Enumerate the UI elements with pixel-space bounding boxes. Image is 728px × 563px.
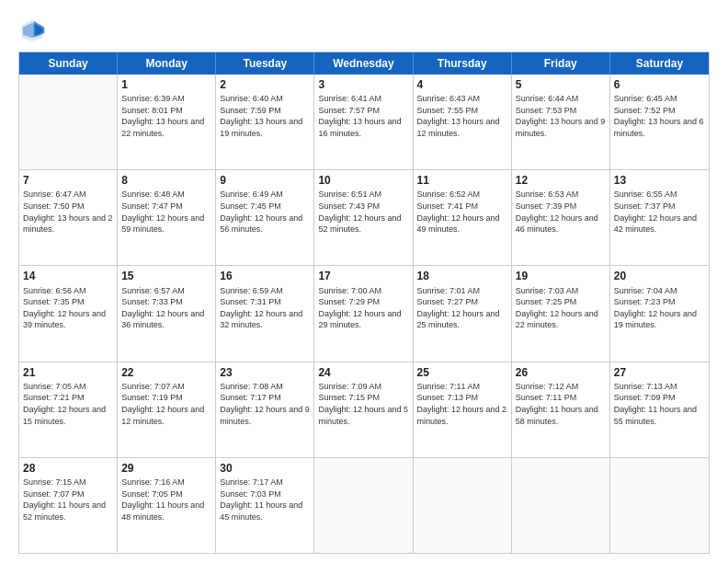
cell-info: Sunrise: 7:04 AMSunset: 7:23 PMDaylight:… (614, 285, 705, 331)
calendar-row-4: 28Sunrise: 7:15 AMSunset: 7:07 PMDayligh… (19, 457, 709, 553)
calendar-cell: 4Sunrise: 6:43 AMSunset: 7:55 PMDaylight… (414, 75, 512, 169)
day-number: 21 (23, 365, 113, 380)
calendar-cell: 29Sunrise: 7:16 AMSunset: 7:05 PMDayligh… (118, 458, 216, 553)
calendar-cell: 30Sunrise: 7:17 AMSunset: 7:03 PMDayligh… (216, 458, 314, 553)
cell-info: Sunrise: 6:49 AMSunset: 7:45 PMDaylight:… (220, 189, 310, 235)
weekday-header-sunday: Sunday (19, 52, 118, 75)
day-number: 23 (220, 365, 310, 380)
cell-info: Sunrise: 7:03 AMSunset: 7:25 PMDaylight:… (516, 285, 606, 331)
calendar-row-1: 7Sunrise: 6:47 AMSunset: 7:50 PMDaylight… (19, 169, 709, 265)
day-number: 12 (516, 173, 606, 188)
day-number: 27 (614, 365, 705, 380)
calendar-cell (610, 458, 709, 553)
cell-info: Sunrise: 6:57 AMSunset: 7:33 PMDaylight:… (121, 285, 211, 331)
calendar-cell: 27Sunrise: 7:13 AMSunset: 7:09 PMDayligh… (610, 362, 709, 457)
cell-info: Sunrise: 7:00 AMSunset: 7:29 PMDaylight:… (318, 285, 408, 331)
calendar-body: 1Sunrise: 6:39 AMSunset: 8:01 PMDaylight… (19, 75, 709, 553)
calendar-cell (512, 458, 610, 553)
day-number: 29 (121, 461, 211, 476)
calendar-cell: 17Sunrise: 7:00 AMSunset: 7:29 PMDayligh… (314, 266, 413, 361)
calendar-cell: 22Sunrise: 7:07 AMSunset: 7:19 PMDayligh… (118, 362, 216, 457)
day-number: 11 (417, 173, 507, 188)
day-number: 28 (23, 461, 113, 476)
day-number: 19 (516, 269, 606, 283)
calendar-cell: 19Sunrise: 7:03 AMSunset: 7:25 PMDayligh… (512, 266, 610, 361)
calendar-cell (19, 75, 118, 169)
calendar-cell: 21Sunrise: 7:05 AMSunset: 7:21 PMDayligh… (19, 362, 118, 457)
day-number: 22 (121, 365, 211, 380)
cell-info: Sunrise: 7:08 AMSunset: 7:17 PMDaylight:… (220, 381, 310, 427)
cell-info: Sunrise: 7:16 AMSunset: 7:05 PMDaylight:… (121, 477, 211, 523)
calendar-cell: 8Sunrise: 6:48 AMSunset: 7:47 PMDaylight… (118, 170, 216, 265)
cell-info: Sunrise: 7:17 AMSunset: 7:03 PMDaylight:… (220, 477, 310, 523)
weekday-header-friday: Friday (512, 52, 610, 75)
cell-info: Sunrise: 6:44 AMSunset: 7:53 PMDaylight:… (516, 93, 606, 139)
cell-info: Sunrise: 6:40 AMSunset: 7:59 PMDaylight:… (220, 93, 310, 139)
calendar-cell: 24Sunrise: 7:09 AMSunset: 7:15 PMDayligh… (314, 362, 413, 457)
calendar-cell: 1Sunrise: 6:39 AMSunset: 8:01 PMDaylight… (118, 75, 216, 169)
calendar-cell: 26Sunrise: 7:12 AMSunset: 7:11 PMDayligh… (512, 362, 610, 457)
cell-info: Sunrise: 6:39 AMSunset: 8:01 PMDaylight:… (121, 93, 211, 139)
day-number: 4 (417, 77, 507, 92)
cell-info: Sunrise: 6:45 AMSunset: 7:52 PMDaylight:… (614, 93, 705, 139)
cell-info: Sunrise: 6:41 AMSunset: 7:57 PMDaylight:… (318, 93, 408, 139)
day-number: 26 (516, 365, 606, 380)
day-number: 9 (220, 173, 310, 188)
day-number: 6 (614, 77, 705, 92)
weekday-header-wednesday: Wednesday (314, 52, 413, 75)
calendar-cell: 6Sunrise: 6:45 AMSunset: 7:52 PMDaylight… (610, 75, 709, 169)
day-number: 5 (516, 77, 606, 92)
cell-info: Sunrise: 7:07 AMSunset: 7:19 PMDaylight:… (121, 381, 211, 427)
day-number: 16 (220, 269, 310, 283)
day-number: 10 (318, 173, 408, 188)
calendar-cell: 7Sunrise: 6:47 AMSunset: 7:50 PMDaylight… (19, 170, 118, 265)
day-number: 14 (23, 269, 113, 283)
logo (18, 17, 50, 44)
day-number: 1 (121, 77, 211, 92)
day-number: 17 (318, 269, 408, 283)
day-number: 2 (220, 77, 310, 92)
calendar-cell: 2Sunrise: 6:40 AMSunset: 7:59 PMDaylight… (216, 75, 314, 169)
day-number: 7 (23, 173, 113, 188)
day-number: 3 (318, 77, 408, 92)
day-number: 30 (220, 461, 310, 476)
cell-info: Sunrise: 6:59 AMSunset: 7:31 PMDaylight:… (220, 285, 310, 331)
cell-info: Sunrise: 6:53 AMSunset: 7:39 PMDaylight:… (516, 189, 606, 235)
calendar-cell: 13Sunrise: 6:55 AMSunset: 7:37 PMDayligh… (610, 170, 709, 265)
day-number: 13 (614, 173, 705, 188)
calendar-cell: 12Sunrise: 6:53 AMSunset: 7:39 PMDayligh… (512, 170, 610, 265)
day-number: 24 (318, 365, 408, 380)
cell-info: Sunrise: 7:12 AMSunset: 7:11 PMDaylight:… (516, 381, 606, 427)
calendar-row-0: 1Sunrise: 6:39 AMSunset: 8:01 PMDaylight… (19, 75, 709, 169)
calendar-cell: 3Sunrise: 6:41 AMSunset: 7:57 PMDaylight… (314, 75, 413, 169)
weekday-header-thursday: Thursday (414, 52, 512, 75)
calendar-cell: 11Sunrise: 6:52 AMSunset: 7:41 PMDayligh… (414, 170, 512, 265)
day-number: 20 (614, 269, 705, 283)
calendar-cell: 16Sunrise: 6:59 AMSunset: 7:31 PMDayligh… (216, 266, 314, 361)
cell-info: Sunrise: 6:48 AMSunset: 7:47 PMDaylight:… (121, 189, 211, 235)
cell-info: Sunrise: 7:09 AMSunset: 7:15 PMDaylight:… (318, 381, 408, 427)
top-section (18, 17, 710, 44)
day-number: 18 (417, 269, 507, 283)
calendar-cell: 14Sunrise: 6:56 AMSunset: 7:35 PMDayligh… (19, 266, 118, 361)
calendar-cell: 15Sunrise: 6:57 AMSunset: 7:33 PMDayligh… (118, 266, 216, 361)
cell-info: Sunrise: 7:15 AMSunset: 7:07 PMDaylight:… (23, 477, 113, 523)
day-number: 15 (121, 269, 211, 283)
calendar-header: SundayMondayTuesdayWednesdayThursdayFrid… (19, 52, 709, 75)
calendar-cell: 9Sunrise: 6:49 AMSunset: 7:45 PMDaylight… (216, 170, 314, 265)
calendar: SundayMondayTuesdayWednesdayThursdayFrid… (18, 52, 710, 554)
calendar-row-3: 21Sunrise: 7:05 AMSunset: 7:21 PMDayligh… (19, 362, 709, 457)
cell-info: Sunrise: 6:56 AMSunset: 7:35 PMDaylight:… (23, 285, 113, 331)
cell-info: Sunrise: 7:13 AMSunset: 7:09 PMDaylight:… (614, 381, 705, 427)
cell-info: Sunrise: 7:01 AMSunset: 7:27 PMDaylight:… (417, 285, 507, 331)
day-number: 25 (417, 365, 507, 380)
cell-info: Sunrise: 7:05 AMSunset: 7:21 PMDaylight:… (23, 381, 113, 427)
calendar-cell: 5Sunrise: 6:44 AMSunset: 7:53 PMDaylight… (512, 75, 610, 169)
weekday-header-monday: Monday (118, 52, 216, 75)
day-number: 8 (121, 173, 211, 188)
calendar-cell (414, 458, 512, 553)
calendar-cell: 20Sunrise: 7:04 AMSunset: 7:23 PMDayligh… (610, 266, 709, 361)
calendar-cell: 25Sunrise: 7:11 AMSunset: 7:13 PMDayligh… (414, 362, 512, 457)
cell-info: Sunrise: 6:52 AMSunset: 7:41 PMDaylight:… (417, 189, 507, 235)
cell-info: Sunrise: 6:47 AMSunset: 7:50 PMDaylight:… (23, 189, 113, 235)
